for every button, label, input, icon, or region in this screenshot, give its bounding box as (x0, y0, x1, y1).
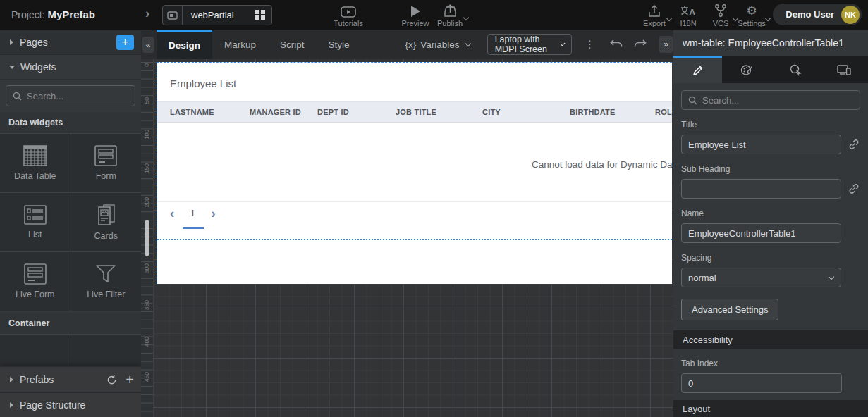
project-name: MyPrefab (47, 8, 95, 20)
bind-property-icon[interactable] (848, 183, 860, 194)
widget-container[interactable] (71, 335, 142, 366)
sub-heading-field[interactable] (681, 179, 841, 199)
name-field[interactable] (681, 223, 841, 243)
chevron-down-icon (765, 15, 771, 21)
property-search[interactable] (681, 90, 860, 110)
list-icon (24, 205, 47, 225)
left-sidebar: Pages + Widgets Data widgets Data Table (0, 30, 141, 417)
page-structure-label: Page Structure (20, 399, 85, 411)
funnel-icon (94, 263, 117, 285)
refresh-icon[interactable] (106, 375, 117, 385)
page-selector[interactable]: webPartial (162, 5, 272, 25)
column-header[interactable]: MANAGER ID (250, 108, 317, 116)
variables-button[interactable]: {x} Variables (405, 39, 470, 50)
undo-icon[interactable] (609, 39, 623, 50)
tab-styles[interactable] (722, 56, 771, 83)
divider (157, 201, 672, 202)
search-input[interactable] (27, 91, 151, 101)
user-menu[interactable]: Demo User NK (773, 4, 862, 25)
spacing-select[interactable] (681, 268, 841, 287)
spacing-value[interactable] (681, 268, 841, 287)
tutorials-button[interactable]: Tutorials (326, 4, 371, 27)
tab-index-field[interactable] (681, 373, 842, 393)
partial-page[interactable]: Employee List LASTNAME MANAGER ID DEPT I… (157, 62, 672, 284)
widget-cards[interactable]: Cards (71, 193, 142, 251)
widgets-label: Widgets (20, 61, 56, 73)
prefabs-label: Prefabs (20, 374, 54, 385)
device-selector[interactable]: Laptop with MDPI Screen (487, 34, 572, 55)
advanced-settings-button[interactable]: Advanced Settings (681, 299, 778, 320)
top-bar: Project:MyPrefab › webPartial Tutorials … (0, 0, 868, 30)
field-label: Spacing (681, 253, 860, 263)
widget-list[interactable]: List (0, 193, 71, 251)
tab-design[interactable]: Design (157, 30, 212, 59)
palette-icon (740, 64, 753, 76)
chevron-right-icon[interactable]: › (145, 6, 149, 21)
upload-icon (647, 4, 661, 18)
svg-text:A: A (689, 7, 696, 18)
settings-button[interactable]: ⚙ Settings (729, 4, 774, 27)
column-header[interactable]: CITY (482, 108, 570, 116)
table-icon (23, 145, 47, 166)
data-widgets-grid: Data Table Form List Cards (0, 133, 141, 311)
pagination: ‹ 1 › (170, 206, 216, 220)
more-options-icon[interactable]: ⋮ (585, 41, 595, 48)
tab-style[interactable]: Style (317, 30, 362, 59)
next-page-icon[interactable]: › (211, 206, 215, 220)
tab-events[interactable] (771, 56, 819, 83)
widgets-section-header[interactable]: Widgets (0, 55, 141, 80)
publish-button[interactable]: Publish (427, 4, 472, 27)
selected-widget-title: wm-table: EmployeeControllerTable1 (673, 30, 868, 56)
tab-markup[interactable]: Markup (212, 30, 268, 59)
canvas-scrollbar[interactable] (145, 220, 149, 256)
tab-properties[interactable] (673, 56, 722, 83)
tab-script[interactable]: Script (268, 30, 317, 59)
add-page-button[interactable]: + (116, 35, 134, 50)
prefabs-section-header[interactable]: Prefabs + (0, 366, 141, 392)
expand-panel-button[interactable]: » (659, 36, 673, 53)
column-header[interactable]: DEPT ID (317, 108, 396, 116)
section-accessibility[interactable]: Accessibility (673, 330, 868, 349)
column-header[interactable]: ROLE (655, 108, 672, 116)
column-header[interactable]: BIRTHDATE (570, 108, 655, 116)
avatar: NK (841, 6, 860, 24)
previous-page-icon[interactable]: ‹ (170, 206, 174, 220)
collapse-sidebar-button[interactable]: « (142, 37, 154, 53)
title-field[interactable] (681, 135, 841, 154)
upload-icon (443, 4, 458, 18)
pencil-icon (692, 65, 704, 76)
table-header-row[interactable]: LASTNAME MANAGER ID DEPT ID JOB TITLE CI… (157, 101, 672, 123)
form-icon (24, 263, 47, 285)
container-widgets-grid (0, 334, 141, 366)
widget-form[interactable]: Form (71, 134, 142, 192)
pages-label: Pages (20, 37, 48, 48)
widget-search[interactable] (6, 85, 135, 106)
triangle-down-icon (9, 66, 15, 69)
search-input[interactable] (702, 95, 853, 106)
grid-icon[interactable] (255, 10, 266, 20)
widget-layout[interactable] (0, 335, 71, 366)
youtube-icon (341, 4, 356, 18)
add-prefab-button[interactable]: + (126, 372, 134, 388)
partial-icon (163, 6, 183, 25)
triangle-right-icon (10, 377, 13, 382)
redo-icon[interactable] (633, 39, 647, 50)
tab-devices[interactable] (819, 56, 868, 83)
gear-icon: ⚙ (746, 4, 757, 18)
section-layout[interactable]: Layout (673, 400, 868, 417)
design-canvas[interactable]: 0 50 100 150 200 250 300 350 400 450 Emp… (141, 59, 673, 417)
column-header[interactable]: JOB TITLE (396, 108, 482, 116)
widget-selection-border (157, 239, 672, 240)
user-name: Demo User (786, 9, 834, 20)
variables-icon: {x} (405, 39, 417, 50)
page-structure-section-header[interactable]: Page Structure (0, 392, 141, 417)
pages-section-header[interactable]: Pages + (0, 30, 141, 55)
widget-data-table[interactable]: Data Table (0, 134, 71, 192)
bind-property-icon[interactable] (848, 139, 860, 150)
active-page-underline (183, 227, 204, 229)
widget-live-form[interactable]: Live Form (0, 252, 71, 311)
column-header[interactable]: LASTNAME (170, 108, 250, 116)
widget-live-filter[interactable]: Live Filter (71, 252, 142, 311)
current-page[interactable]: 1 (183, 208, 202, 218)
translate-icon: A (680, 4, 697, 18)
